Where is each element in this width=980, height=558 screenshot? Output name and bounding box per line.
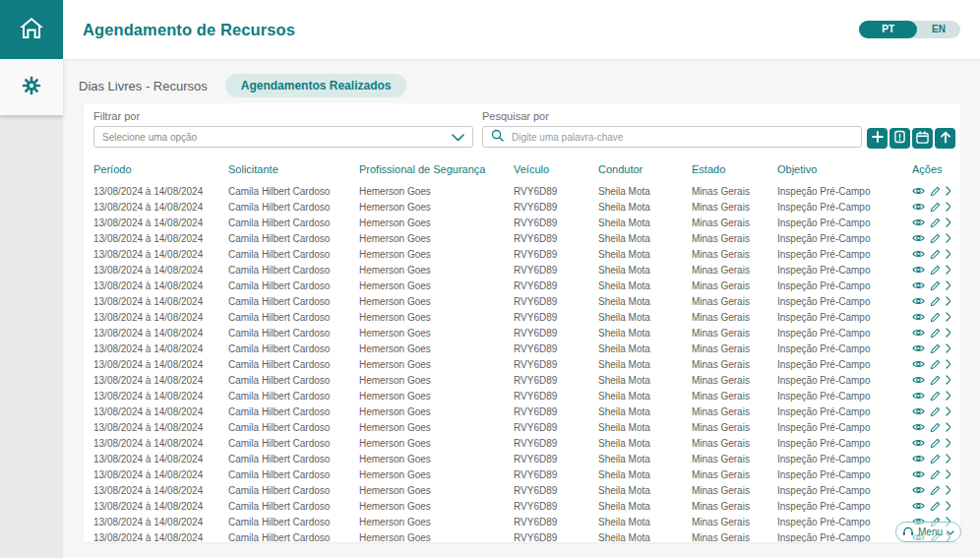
edit-icon[interactable] <box>930 296 941 307</box>
edit-icon[interactable] <box>930 375 941 386</box>
view-icon[interactable] <box>912 406 925 416</box>
cell-veiculo: RVY6D89 <box>514 422 598 433</box>
view-icon[interactable] <box>912 485 925 495</box>
floating-menu-button[interactable]: Menu <box>895 522 961 542</box>
delete-icon[interactable] <box>946 343 950 353</box>
edit-icon[interactable] <box>930 249 941 260</box>
view-icon[interactable] <box>912 343 925 353</box>
view-icon[interactable] <box>912 454 925 464</box>
calendar-button[interactable] <box>912 128 933 149</box>
delete-icon[interactable] <box>946 280 950 290</box>
edit-icon[interactable] <box>930 469 941 480</box>
cell-solicitante: Camila Hilbert Cardoso <box>228 186 359 197</box>
delete-icon[interactable] <box>946 328 950 338</box>
edit-icon[interactable] <box>930 406 941 417</box>
search-input[interactable] <box>510 131 853 144</box>
delete-icon[interactable] <box>946 469 950 479</box>
cell-solicitante: Camila Hilbert Cardoso <box>228 501 359 512</box>
view-icon[interactable] <box>912 391 925 401</box>
table-row: 13/08/2024 à 14/08/2024 Camila Hilbert C… <box>93 419 950 435</box>
edit-icon[interactable] <box>930 186 941 197</box>
edit-icon[interactable] <box>930 391 941 402</box>
cell-estado: Minas Gerais <box>692 438 777 449</box>
tab-agendamentos-realizados[interactable]: Agendamentos Realizados <box>225 74 407 97</box>
edit-icon[interactable] <box>930 343 941 354</box>
cell-profissional: Hemerson Goes <box>359 469 514 480</box>
upload-button[interactable] <box>935 128 955 149</box>
view-icon[interactable] <box>912 359 925 369</box>
delete-icon[interactable] <box>946 422 950 432</box>
view-icon[interactable] <box>912 217 925 227</box>
edit-icon[interactable] <box>930 485 941 496</box>
sidebar-item-home[interactable] <box>0 0 63 59</box>
chevron-down-icon <box>947 527 954 537</box>
view-icon[interactable] <box>912 501 925 511</box>
delete-icon[interactable] <box>946 249 950 259</box>
cell-periodo: 13/08/2024 à 14/08/2024 <box>93 454 228 465</box>
delete-icon[interactable] <box>946 391 950 401</box>
delete-icon[interactable] <box>946 233 950 243</box>
filter-select[interactable]: Selecione uma opção <box>93 126 473 148</box>
edit-icon[interactable] <box>930 501 941 512</box>
cell-condutor: Sheila Mota <box>598 359 692 370</box>
cell-periodo: 13/08/2024 à 14/08/2024 <box>93 233 228 244</box>
delete-icon[interactable] <box>946 202 950 212</box>
language-toggle[interactable]: PT EN <box>859 21 960 38</box>
delete-icon[interactable] <box>946 296 950 306</box>
edit-icon[interactable] <box>930 359 941 370</box>
delete-icon[interactable] <box>946 485 950 495</box>
delete-icon[interactable] <box>946 312 950 322</box>
edit-icon[interactable] <box>930 438 941 449</box>
cell-objetivo: Inspeção Pré-Campo <box>777 312 912 323</box>
cell-veiculo: RVY6D89 <box>514 265 598 276</box>
sidebar-item-settings[interactable] <box>0 59 63 115</box>
add-button[interactable] <box>867 128 888 149</box>
cell-solicitante: Camila Hilbert Cardoso <box>228 532 359 543</box>
edit-icon[interactable] <box>930 233 941 244</box>
edit-icon[interactable] <box>930 202 941 213</box>
cell-acoes <box>912 202 950 213</box>
delete-icon[interactable] <box>946 406 950 416</box>
view-icon[interactable] <box>912 469 925 479</box>
cell-estado: Minas Gerais <box>692 312 777 323</box>
edit-icon[interactable] <box>930 454 941 465</box>
tabs-row: Dias Livres - Recursos Agendamentos Real… <box>79 73 406 98</box>
tab-dias-livres[interactable]: Dias Livres - Recursos <box>79 79 208 93</box>
delete-icon[interactable] <box>946 438 950 448</box>
delete-icon[interactable] <box>946 186 950 196</box>
view-icon[interactable] <box>912 296 925 306</box>
edit-icon[interactable] <box>930 217 941 228</box>
delete-icon[interactable] <box>946 501 950 511</box>
view-icon[interactable] <box>912 265 925 275</box>
view-icon[interactable] <box>912 233 925 243</box>
cell-solicitante: Camila Hilbert Cardoso <box>228 438 359 449</box>
delete-icon[interactable] <box>946 217 950 227</box>
language-option-pt[interactable]: PT <box>859 21 917 38</box>
view-icon[interactable] <box>912 186 925 196</box>
cell-objetivo: Inspeção Pré-Campo <box>777 422 912 433</box>
delete-icon[interactable] <box>946 375 950 385</box>
cell-estado: Minas Gerais <box>692 406 777 417</box>
view-icon[interactable] <box>912 328 925 338</box>
delete-icon[interactable] <box>946 454 950 464</box>
view-icon[interactable] <box>912 202 925 212</box>
report-button[interactable] <box>889 128 910 149</box>
edit-icon[interactable] <box>930 328 941 339</box>
column-header-acoes: Ações <box>912 163 950 175</box>
cell-profissional: Hemerson Goes <box>359 454 514 465</box>
delete-icon[interactable] <box>946 359 950 369</box>
view-icon[interactable] <box>912 312 925 322</box>
edit-icon[interactable] <box>930 265 941 276</box>
view-icon[interactable] <box>912 375 925 385</box>
cell-condutor: Sheila Mota <box>598 202 692 213</box>
edit-icon[interactable] <box>930 422 941 433</box>
language-option-en[interactable]: EN <box>917 21 960 38</box>
view-icon[interactable] <box>912 422 925 432</box>
table-row: 13/08/2024 à 14/08/2024 Camila Hilbert C… <box>93 246 950 262</box>
delete-icon[interactable] <box>946 265 950 275</box>
view-icon[interactable] <box>912 280 925 290</box>
edit-icon[interactable] <box>930 312 941 323</box>
view-icon[interactable] <box>912 438 925 448</box>
view-icon[interactable] <box>912 249 925 259</box>
edit-icon[interactable] <box>930 280 941 291</box>
